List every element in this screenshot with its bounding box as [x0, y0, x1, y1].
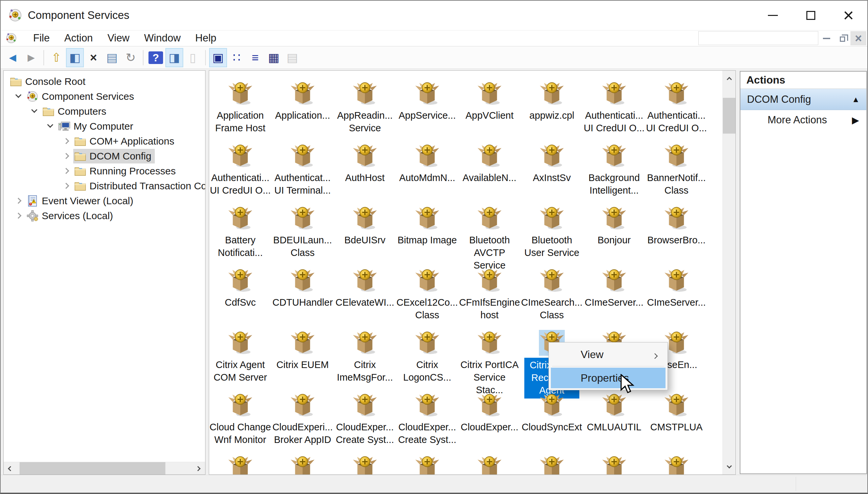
actions-group-header[interactable]: DCOM Config ▲ [741, 89, 866, 110]
tree-expander[interactable] [27, 109, 41, 113]
dcom-app-item[interactable]: Citrix ImeMsgFor... [334, 329, 396, 392]
dcom-app-item[interactable]: AppVClient [458, 80, 521, 142]
view-details-button[interactable]: ▦ [265, 48, 283, 67]
horizontal-scroll-thumb[interactable] [20, 462, 165, 475]
tree-item[interactable]: DCOM Config [4, 149, 205, 164]
minimize-button[interactable] [754, 1, 792, 30]
dcom-app-item[interactable] [521, 454, 583, 474]
dcom-app-item[interactable]: Bluetooth AVCTP Service [458, 205, 521, 267]
properties-button[interactable]: ▤ [103, 48, 121, 67]
tree-item[interactable]: Event Viewer (Local) [4, 193, 205, 208]
menu-item[interactable]: File [26, 32, 57, 44]
view-large-icons-button[interactable]: ▣ [209, 48, 227, 67]
dcom-app-item[interactable]: CloudExper... [458, 392, 521, 454]
dcom-app-item[interactable]: BDEUILaun... Class [272, 205, 334, 267]
dcom-app-item[interactable]: CloudExper... Create Syst... [334, 392, 396, 454]
dcom-app-item[interactable]: CdfSvc [209, 267, 272, 329]
dcom-app-item[interactable] [272, 454, 334, 474]
dcom-app-item[interactable]: Citrix Agent COM Server [209, 329, 272, 392]
tree-horizontal-scrollbar[interactable] [4, 462, 205, 474]
collapse-arrow-icon[interactable]: ▲ [852, 95, 860, 104]
dcom-app-item[interactable]: Citrix EUEM [272, 329, 334, 392]
tree-item[interactable]: Running Processes [4, 164, 205, 178]
tree-expander[interactable] [59, 169, 73, 173]
tree-item[interactable]: COM+ Applications [4, 134, 205, 149]
menu-item[interactable]: Window [137, 32, 188, 44]
list-vertical-scrollbar[interactable] [723, 71, 735, 474]
child-close-button[interactable]: × [850, 31, 866, 45]
dcom-app-item[interactable] [645, 454, 708, 474]
dcom-app-item[interactable]: Bonjour [583, 205, 645, 267]
tree-expander[interactable] [59, 154, 73, 158]
dcom-app-item[interactable]: CFmIfsEngine host [458, 267, 521, 329]
close-button[interactable]: × [830, 1, 867, 30]
dcom-app-item[interactable]: Citrix PortICA Service Stac... [458, 329, 521, 392]
refresh-button[interactable]: ↻ [122, 48, 140, 67]
dcom-app-item[interactable]: Citrix LogonCS... [396, 329, 458, 392]
dcom-app-item[interactable]: Authenticati... UI CredUI O... [645, 80, 708, 142]
show-console-tree-button[interactable]: ◧ [66, 48, 84, 67]
tree-expander[interactable] [59, 184, 73, 188]
dcom-app-item[interactable]: appwiz.cpl [521, 80, 583, 142]
dcom-app-item[interactable]: CloudExper... Create Syst... [396, 392, 458, 454]
dcom-app-item[interactable]: CElevateWI... [334, 267, 396, 329]
tree-expander[interactable] [43, 124, 57, 128]
forward-button[interactable]: ► [22, 48, 40, 67]
tree-item[interactable]: Computers [4, 104, 205, 119]
up-level-button[interactable]: ⇧ [47, 48, 65, 67]
dcom-app-item[interactable]: CImeSearch... Class [521, 267, 583, 329]
dcom-app-item[interactable] [458, 454, 521, 474]
tree-expander[interactable] [11, 213, 25, 218]
child-restore-button[interactable] [834, 31, 850, 45]
tree-expander[interactable] [11, 198, 25, 203]
dcom-app-item[interactable]: CImeServer... [583, 267, 645, 329]
dcom-app-item[interactable]: CMSTPLUA [645, 392, 708, 454]
tree-item[interactable]: My Computer [4, 119, 205, 134]
dcom-app-item[interactable]: BannerNotif... Class [645, 142, 708, 205]
dcom-app-item[interactable]: Application... [272, 80, 334, 142]
tree-expander[interactable] [59, 139, 73, 143]
dcom-app-item[interactable]: AuthHost [334, 142, 396, 205]
tree-item[interactable]: Component Services [4, 89, 205, 104]
dcom-app-item[interactable]: BdeUISrv [334, 205, 396, 267]
view-customize-button[interactable]: ▤ [283, 48, 301, 67]
dcom-app-item[interactable]: Background Intelligent... [583, 142, 645, 205]
dcom-app-item[interactable] [396, 454, 458, 474]
dcom-app-item[interactable]: CImeServer... [645, 267, 708, 329]
tree-expander[interactable] [11, 94, 25, 98]
more-actions-item[interactable]: More Actions ▶ [741, 110, 866, 130]
vertical-scroll-thumb[interactable] [723, 98, 736, 134]
dcom-app-item[interactable]: Battery Notificati... [209, 205, 272, 267]
dcom-app-item[interactable]: CDTUHandler [272, 267, 334, 329]
context-menu-properties-item[interactable]: Properties [551, 368, 666, 388]
tree-item[interactable]: Services (Local) [4, 208, 205, 223]
menu-item[interactable]: View [100, 32, 137, 44]
scroll-left-button[interactable] [4, 462, 17, 475]
dcom-app-item[interactable]: CExcel12Co... Class [396, 267, 458, 329]
dcom-app-item[interactable]: Application Frame Host [209, 80, 272, 142]
dcom-app-item[interactable]: Bluetooth User Service [521, 205, 583, 267]
show-action-pane-button[interactable]: ◨ [165, 48, 183, 67]
back-button[interactable]: ◄ [4, 48, 22, 67]
dcom-app-item[interactable]: AppService... [396, 80, 458, 142]
scroll-down-button[interactable] [723, 460, 736, 474]
dcom-app-item[interactable]: Authenticati... UI CredUI O... [583, 80, 645, 142]
child-minimize-button[interactable] [818, 31, 834, 45]
dcom-app-item[interactable]: AppReadin... Service [334, 80, 396, 142]
dcom-app-item[interactable]: CMLUAUTIL [583, 392, 645, 454]
dcom-app-item[interactable]: Cloud Change Wnf Monitor [209, 392, 272, 454]
dcom-app-item[interactable] [209, 454, 272, 474]
context-menu-view-item[interactable]: View [551, 344, 666, 365]
help-button[interactable]: ? [147, 48, 165, 67]
dcom-app-item[interactable]: CloudExperi... Broker AppID [272, 392, 334, 454]
dcom-app-item[interactable]: AutoMdmN... [396, 142, 458, 205]
scroll-up-button[interactable] [723, 71, 736, 84]
menu-item[interactable]: Help [188, 32, 224, 44]
dcom-app-item[interactable]: CloudSyncExt [521, 392, 583, 454]
dcom-app-item[interactable] [334, 454, 396, 474]
tree-item[interactable]: Console Root [4, 74, 205, 89]
view-list-button[interactable]: ≡ [246, 48, 264, 67]
menu-item[interactable]: Action [57, 32, 100, 44]
delete-button[interactable]: × [84, 48, 102, 67]
dcom-app-item[interactable]: Authenticat... UI Terminal... [272, 142, 334, 205]
